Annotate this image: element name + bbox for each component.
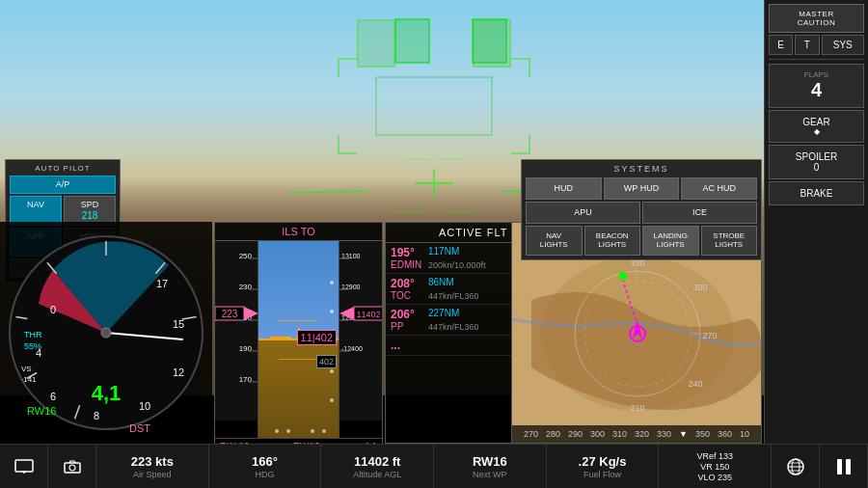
svg-text:10: 10 [139,400,150,412]
ils-adi: 11|402 402 [258,241,339,438]
svg-point-29 [101,328,111,338]
nav-lights-button[interactable]: NAV LIGHTS [526,226,583,256]
svg-rect-37 [215,241,258,420]
vsi-tape: 250 230 210 190 170 223 [215,241,258,438]
svg-text:4,1: 4,1 [92,381,122,405]
svg-text:0: 0 [50,304,56,315]
bracket-br [511,135,530,154]
svg-text:210: 210 [630,403,644,413]
ap-button[interactable]: A/P [10,176,116,194]
gear-button[interactable]: GEAR ◆ [769,110,864,143]
monitor-icon[interactable] [0,445,48,488]
svg-rect-95 [846,459,851,474]
ils-dot-3 [330,369,334,373]
svg-text:VS: VS [21,365,32,373]
fuel-label: Fuel Flow [583,470,621,479]
svg-text:11402: 11402 [356,310,380,319]
svg-text:170: 170 [239,375,253,384]
systems-row2: APU ICE [526,202,757,224]
svg-text:300: 300 [692,283,707,292]
systems-panel: SYSTEMS HUD WP HUD AC HUD APU ICE NAV LI… [521,159,762,260]
heading-display: 166° HDG [209,445,322,488]
vref-value: VRef 133 [696,451,733,461]
t-button[interactable]: T [795,35,819,55]
compass-strip: 270 280 290 300 310 320 330 ▼ 350 360 10 [512,425,761,443]
vsi-svg: 250 230 210 190 170 223 [215,241,258,420]
pitch-bar-3 [279,359,299,360]
globe-icon[interactable] [772,445,820,488]
right-sidebar: MASTER CAUTION E T SYS FLAPS 4 GEAR ◆ SP… [764,0,868,488]
altitude-display: 11402 ft Altitude AGL [321,445,434,488]
autopilot-title: AUTO PILOT [10,164,116,173]
flt-hdg-2: 208° [391,277,424,290]
pitch-bar-1 [279,320,299,321]
pause-icon[interactable] [820,445,868,488]
ils-dot-h1 [275,429,279,433]
sidebar-spacer [769,207,864,458]
svg-text:250: 250 [239,252,253,260]
svg-text:270: 270 [702,331,717,340]
bracket-tr [511,58,530,77]
bottom-bar: 223 kts Air Speed 166° HDG 11402 ft Alti… [0,444,868,488]
svg-text:240: 240 [688,379,702,389]
vref-display: VRef 133 VR 150 VLO 235 [659,445,772,488]
airspeed-label: Air Speed [133,470,172,479]
ac-hud-button[interactable]: AC HUD [681,177,757,200]
landing-lights-button[interactable]: LANDING LIGHTS [642,226,699,256]
brake-button[interactable]: BRAKE [769,181,864,205]
svg-text:230: 230 [239,283,253,291]
sys-button[interactable]: SYS [822,35,865,55]
svg-text:DST: DST [129,422,150,434]
ils-panel: ILS TO 250 230 210 190 170 223 [214,222,383,444]
beacon-lights-button[interactable]: BEACON LIGHTS [584,226,641,256]
systems-title: SYSTEMS [526,164,757,174]
svg-text:RW16: RW16 [27,405,56,417]
svg-rect-84 [15,460,33,472]
svg-text:223: 223 [222,309,238,319]
pitch-bar-2 [299,320,319,321]
airspeed-svg: 0 4 6 8 10 12 15 17 THR 55% VS ·141 RW16… [0,222,212,444]
wp-hud-button[interactable]: WP HUD [604,177,680,200]
ils-title: ILS TO [215,223,382,241]
vr-value: VR 150 [700,462,729,472]
ils-dot-1 [330,281,334,285]
e-button[interactable]: E [769,35,793,55]
altitude-label: Altitude AGL [353,470,401,479]
vlo-value: VLO 235 [697,473,732,482]
flt-hdg-3: 206° [391,308,424,321]
master-caution-button[interactable]: MASTER CAUTION [769,4,864,33]
spoiler-button[interactable]: SPOILER 0 [769,145,864,179]
svg-text:6: 6 [50,391,56,402]
flt-hdg-1: 195° [391,246,424,259]
svg-rect-94 [837,459,842,474]
ils-sky [258,241,339,339]
systems-row1: HUD WP HUD AC HUD [526,177,757,200]
heading-value: 166° [252,454,278,469]
ils-body: 250 230 210 190 170 223 [215,241,382,438]
svg-rect-55 [339,241,382,420]
flaps-button[interactable]: FLAPS 4 [769,64,864,108]
camera-icon[interactable] [48,445,96,488]
airspeed-value: 223 kts [131,454,174,469]
svg-text:55%: 55% [24,341,41,351]
bracket-bl [338,135,357,154]
ice-button[interactable]: ICE [642,202,757,224]
alt-readout2: 402 [316,355,337,368]
fuel-display: .27 Kg/s Fuel Flow [547,445,660,488]
spd-button[interactable]: SPD 218 [64,196,116,226]
ils-dot-h3 [311,429,314,433]
hud-button[interactable]: HUD [526,177,602,200]
airspeed-gauge: 0 4 6 8 10 12 15 17 THR 55% VS ·141 RW16… [0,222,212,444]
hud-bracket [338,58,530,154]
nav-button[interactable]: NAV [10,196,62,226]
svg-point-88 [69,465,75,471]
bracket-tl [338,58,357,77]
svg-text:THR: THR [24,330,42,339]
alt-svg: 13100 12900 12500 -12400 11402 [339,241,382,420]
fuel-value: .27 Kg/s [579,454,627,469]
flt-hdg-4: ... [391,339,424,352]
strobe-lights-button[interactable]: STROBE LIGHTS [701,226,758,256]
svg-text:190: 190 [239,344,253,353]
svg-text:8: 8 [94,410,99,421]
apu-button[interactable]: APU [526,202,640,224]
